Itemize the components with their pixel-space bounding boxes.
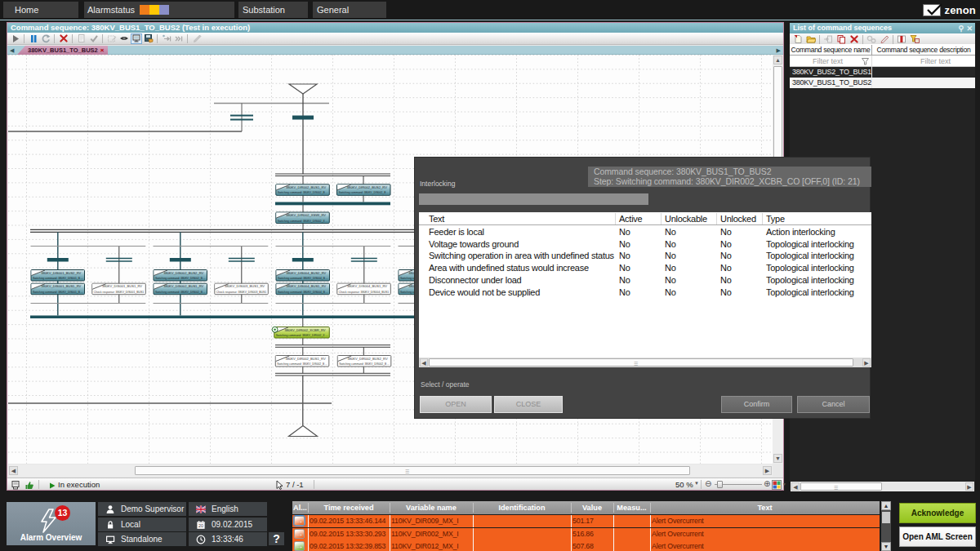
tab-home[interactable]: Home (3, 2, 78, 18)
pencil-icon[interactable] (191, 33, 203, 44)
scroll-down-icon[interactable]: ▼ (881, 542, 891, 551)
alarm-col-header[interactable]: Text (650, 501, 880, 514)
zoom-in-icon[interactable]: ⊕ (764, 479, 770, 488)
alarm-col-header[interactable]: Time received (308, 501, 390, 514)
panel-rows: 380KV_BUS2_TO_BUS1380KV_BUS1_TO_BUS2 (790, 67, 975, 88)
pause-icon[interactable] (28, 33, 39, 44)
scroll-right-icon[interactable]: ▶ (763, 466, 772, 475)
command-sequence-row[interactable]: 380KV_BUS2_TO_BUS1 (790, 67, 975, 78)
save-hand-icon[interactable] (143, 33, 154, 44)
redo-icon[interactable] (40, 33, 51, 44)
scroll-left-icon[interactable]: ◀ (420, 358, 428, 367)
open-button[interactable]: OPEN (420, 396, 492, 413)
scroll-right-icon[interactable]: ▶ (965, 482, 973, 491)
open-aml-screen-button[interactable]: Open AML Screen (899, 527, 976, 547)
dialog-hscrollbar-thumb[interactable]: ☰ (429, 358, 853, 367)
svg-text:Switching command: 380KV_DIS0: Switching command: 380KV_DIS002_B ... (155, 276, 206, 280)
monitor-icon[interactable] (131, 33, 142, 44)
check-icon[interactable] (88, 33, 100, 44)
dialog-col-unlockable[interactable]: Unlockable (665, 213, 707, 225)
panel-hscrollbar[interactable]: ◀ ☰ ▶ (791, 482, 974, 491)
window-title-bar[interactable]: Command sequence: 380KV_BUS1_TO_BUS2 (Te… (7, 23, 783, 33)
doc-gray-icon[interactable] (76, 33, 87, 44)
scroll-left-icon[interactable]: ◀ (791, 482, 800, 491)
filter-input-name[interactable]: Filter text (813, 56, 843, 67)
dialog-table-hscrollbar[interactable]: ◀ ☰ ▶ (419, 358, 871, 367)
copy-icon[interactable] (835, 34, 847, 45)
interlocking-row[interactable]: Feeder is localNoNoNoAction interlocking (419, 226, 871, 238)
alarm-col-header[interactable]: Variable name (390, 501, 473, 514)
arrow-end-icon[interactable] (161, 33, 172, 44)
scroll-down-icon[interactable]: ▼ (773, 454, 782, 463)
new-doc-icon[interactable] (792, 34, 804, 45)
document-tab[interactable]: 380KV_BUS1_TO_BUS2 × (17, 46, 108, 55)
print-icon[interactable] (11, 480, 20, 491)
alarmstatus-indicator-2 (149, 5, 159, 15)
tab-scroll-left-icon[interactable]: ◀ (10, 47, 14, 54)
tab-scroll-right-icon[interactable]: ▶ (777, 47, 781, 54)
dialog-col-type[interactable]: Type (766, 213, 785, 225)
scroll-up-icon[interactable]: ▲ (881, 501, 891, 510)
play-icon[interactable] (10, 33, 21, 44)
alarm-vscrollbar-thumb[interactable] (882, 512, 890, 523)
dialog-col-active[interactable]: Active (619, 213, 642, 225)
alarm-col-header[interactable]: Al... (292, 501, 308, 514)
interlocking-input[interactable] (419, 193, 648, 205)
scroll-up-icon[interactable]: ▲ (773, 56, 782, 64)
interlocking-row[interactable]: Voltage towards groundNoNoNoTopological … (419, 238, 871, 251)
command-sequence-row[interactable]: 380KV_BUS1_TO_BUS2 (790, 78, 975, 88)
zoom-slider-thumb[interactable] (717, 481, 723, 488)
table-col-icon[interactable] (896, 34, 907, 45)
tab-alarmstatus[interactable]: Alarmstatus (84, 2, 234, 18)
alarm-row[interactable]: 09.02.2015 13:32:39.853110KV_DIR012_MX_I… (292, 540, 880, 551)
column-header-description[interactable]: Command sequence description (872, 44, 975, 55)
panel-hscrollbar-thumb[interactable]: ☰ (800, 482, 882, 491)
tab-substation[interactable]: Substation (238, 2, 308, 18)
import-gray-icon[interactable] (822, 34, 834, 45)
interlocking-row[interactable]: Disconnector under loadNoNoNoTopological… (419, 274, 871, 287)
acknowledge-button[interactable]: Acknowledge (899, 503, 976, 523)
scroll-left-icon[interactable]: ◀ (9, 466, 18, 475)
alarm-col-header[interactable]: Identification (473, 501, 571, 514)
svg-text:380KV_DIR002_XCBR_RV: 380KV_DIR002_XCBR_RV (285, 328, 326, 332)
help-button[interactable]: ? (269, 532, 284, 545)
folder-icon[interactable] (805, 34, 817, 45)
alarm-overview-tile[interactable]: 13 Alarm Overview (7, 502, 96, 545)
filter-input-description[interactable]: Filter text (920, 56, 951, 67)
alarm-row[interactable]: 09.02.2015 13:33:46.144110KV_DIR009_MX_I… (292, 515, 880, 527)
interlocking-row[interactable]: Area with undefined status would increas… (419, 262, 871, 274)
delete-x-icon[interactable] (58, 33, 69, 44)
dialog-col-text[interactable]: Text (429, 213, 444, 225)
funnel-pkg-icon[interactable] (909, 34, 920, 45)
step-edit-icon[interactable] (106, 33, 118, 44)
scroll-right-icon[interactable]: ▶ (862, 358, 871, 367)
panel-title-bar[interactable]: List of command sequences ⚲ ✕ (790, 23, 975, 33)
canvas-hscrollbar[interactable]: ◀ ☰ ▶ (8, 464, 773, 477)
pencil-red-icon[interactable] (879, 34, 890, 45)
calendar-icon: 20 (195, 520, 207, 530)
document-tab-close-icon[interactable]: × (100, 47, 105, 54)
canvas-hscrollbar-thumb[interactable]: ☰ (135, 466, 690, 475)
close-button[interactable]: CLOSE (494, 396, 563, 413)
alarm-vscrollbar[interactable]: ▲ ▼ (881, 501, 891, 551)
alarm-row[interactable]: 09.02.2015 13:33:30.293110KV_DIR002_MX_I… (292, 528, 880, 540)
zoom-out-icon[interactable]: ⊖ (705, 479, 711, 488)
confirm-button[interactable]: Confirm (721, 396, 792, 413)
palette-dropdown-icon[interactable]: ▼ (782, 482, 786, 487)
tab-general[interactable]: General (313, 2, 386, 18)
delete-x-icon[interactable] (849, 34, 860, 45)
arrow-end2-icon[interactable] (173, 33, 185, 44)
cancel-button[interactable]: Cancel (797, 396, 870, 413)
gears-gray-icon[interactable] (866, 34, 877, 45)
column-header-name[interactable]: Command sequence name (790, 44, 871, 55)
filter-funnel-icon[interactable] (862, 58, 869, 65)
eye-icon[interactable] (118, 33, 130, 44)
interlocking-row[interactable]: Switching operation in area with undefin… (419, 250, 871, 262)
alarm-col-header[interactable]: Value (571, 501, 613, 514)
palette-icon[interactable] (772, 480, 782, 491)
alarm-cell (474, 528, 570, 540)
zoom-dropdown-icon[interactable]: ▼ (694, 481, 699, 486)
dialog-col-unlocked[interactable]: Unlocked (720, 213, 756, 225)
alarm-col-header[interactable]: Measu... (613, 501, 650, 514)
interlocking-row[interactable]: Device would not be suppliedNoNoNoTopolo… (419, 287, 871, 299)
